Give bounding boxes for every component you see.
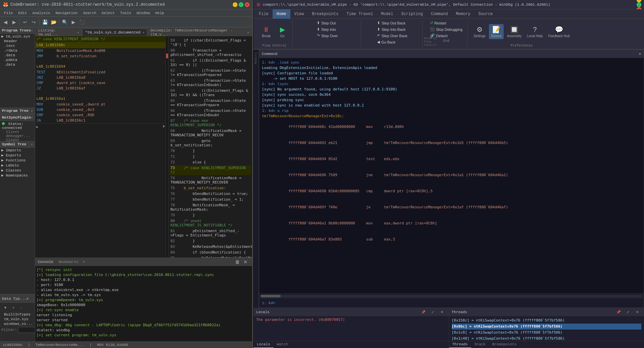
tab-decompile[interactable]: Decompile: TmRecoverResourceManager - (t… (147, 28, 252, 36)
dt-builtins[interactable]: BuiltInTypes (0, 312, 35, 317)
data-types-close[interactable]: ✕ (26, 296, 29, 301)
stop-debugging-btn[interactable]: ⬛ Stop Debugging (428, 26, 464, 32)
ribbon-tab-source[interactable]: Source (474, 9, 497, 19)
thread-item-3[interactable]: [0x1c40] = ntKiSwapContext+0x76 (fffff80… (452, 336, 642, 341)
command-output[interactable]: 1: kd> .load sync Loading DbgExtensionIn… (259, 58, 644, 293)
step-into-back-btn[interactable]: ⬇ Step Into Back (375, 26, 409, 32)
threads-tab[interactable]: Threads (449, 341, 471, 348)
threads-pin-btn[interactable]: 📌 (615, 308, 623, 316)
step-over-back-btn[interactable]: ↶ Step Over Back (375, 33, 409, 39)
asm-cmp-r9d[interactable]: CMP cookie_saved_,R9D (35, 113, 165, 118)
windbg-minimize-btn[interactable]: - (637, 0, 641, 2)
dt-filter-btn[interactable]: ▼ (1, 303, 9, 311)
tb-run[interactable]: ▶ (69, 18, 77, 26)
tb-forward[interactable]: ▶ (10, 18, 18, 26)
menu-tools[interactable]: Tools (118, 10, 134, 16)
command-scrollbar-h[interactable] (259, 293, 644, 298)
threads-pop-btn[interactable]: ⤢ (624, 308, 632, 316)
locals-close-btn[interactable]: ✕ (438, 308, 446, 316)
tb-redo[interactable]: ↪ (30, 18, 38, 26)
console-panel[interactable]: [*] retsync init [>] loading configurati… (35, 266, 252, 341)
step-out-back-btn[interactable]: ⬆ Step Out Back (375, 20, 409, 26)
asm-test-bfinalized[interactable]: TEST bEnlistmentIsFinalized (35, 70, 165, 75)
menu-search[interactable]: Search (80, 10, 99, 16)
menu-edit[interactable]: Edit (15, 10, 29, 16)
restart-btn[interactable]: ↺ Restart (428, 20, 464, 26)
stack-tab[interactable]: Stack (471, 341, 489, 348)
tree-rdata[interactable]: .rdata (0, 48, 35, 53)
threads-content[interactable]: [0x158c] = ntKiSwapContext+0x76 (fffff80… (449, 316, 644, 341)
asm-lab-15694[interactable]: LAB_1c0015694 (35, 64, 165, 70)
console-close[interactable]: ✕ (241, 258, 249, 266)
tb-back[interactable]: ◀ (1, 18, 9, 26)
console-tab[interactable]: Console (38, 260, 53, 264)
dt-windows[interactable]: windows_vs... (0, 322, 35, 326)
sym-labels[interactable]: ▶ Labels (0, 163, 35, 168)
ghidra-close-btn[interactable]: × (245, 2, 249, 7)
tree-root[interactable]: ▶ tm_vuln.sys (0, 34, 35, 39)
thread-item-0[interactable]: [0x158c] = ntKiSwapContext+0x76 (fffff80… (452, 318, 642, 324)
settings-btn[interactable]: ⚙ Settings (472, 24, 488, 39)
threads-close-btn[interactable]: ✕ (633, 308, 641, 316)
ribbon-tab-file[interactable]: File (255, 9, 273, 19)
asm-jz-156af[interactable]: JZ LAB_1c00156af (35, 86, 165, 91)
ribbon-go-btn[interactable]: ▶ Go (275, 24, 290, 39)
menu-window[interactable]: Window (134, 10, 153, 16)
tb-undo[interactable]: ↩ (21, 18, 29, 26)
locals-tab[interactable]: Locals (254, 341, 274, 348)
asm-mov-notif[interactable]: MOV NotificationMask,0x800 (35, 48, 165, 54)
menu-file[interactable]: File (1, 10, 15, 16)
retsync-close[interactable]: ✕ (31, 116, 33, 120)
assembly-listing[interactable]: /* case KENLISTMENT_SUPERIOR */ LAB_1c00… (35, 36, 166, 258)
ribbon-tab-timetravel[interactable]: Time Travel (343, 9, 377, 19)
decompile-view[interactable]: 59 if ((char)Enlistment_Flags < '\0') { … (168, 36, 252, 258)
tab-listing[interactable]: Listing: tm_vul... ✕ (35, 28, 82, 36)
step-into-btn[interactable]: ⬇ Step Into (315, 26, 340, 32)
sym-classes[interactable]: ▶ Classes (0, 168, 35, 173)
asm-jmp-bset[interactable]: JMP b_set_notification (35, 54, 165, 59)
program-trees-close[interactable]: ✕ (31, 28, 33, 32)
bookmarks-tab[interactable]: Bookmarks (59, 260, 78, 264)
program-tree-close[interactable]: ✕ (31, 109, 33, 113)
ghidra-maximize-btn[interactable]: □ (239, 2, 243, 7)
tree-text[interactable]: .text (0, 44, 35, 48)
breakpoints-tab[interactable]: Breakpoints (489, 341, 520, 348)
sym-imports[interactable]: ▶ Imports (0, 148, 35, 153)
ribbon-tab-scripting[interactable]: Scripting (397, 9, 427, 19)
tree-header[interactable]: Header (0, 39, 35, 44)
asm-ja-156c1[interactable]: JA LAB_1c00156c1 (35, 118, 165, 123)
dt-tm-vuln[interactable]: tm_vuln.sys (0, 317, 35, 322)
tb-search[interactable]: 🔍 (61, 18, 69, 26)
ribbon-tab-home[interactable]: Home (273, 9, 290, 19)
tree-data2[interactable]: .data (0, 62, 35, 67)
sym-exports[interactable]: ▶ Exports (0, 153, 35, 158)
menu-navigation[interactable]: Navigation (53, 10, 80, 16)
go-back-btn[interactable]: ◀ Go Back (375, 39, 409, 45)
tab-listing-close[interactable]: ✕ (77, 30, 79, 34)
local-help-btn[interactable]: ? Local Help (525, 24, 545, 39)
assembly-btn[interactable]: 🔲 Assembly (505, 24, 523, 39)
locals-pop-btn[interactable]: ⤢ (429, 308, 437, 316)
menu-analysis[interactable]: Analysis (30, 10, 53, 16)
symbol-tree-close[interactable]: ✕ (31, 142, 33, 146)
tb-stop[interactable]: ⬛ (78, 18, 86, 26)
command-input[interactable] (277, 301, 641, 305)
tb-save[interactable]: 💾 (41, 18, 49, 26)
ribbon-tab-model[interactable]: Model (377, 9, 397, 19)
ribbon-tab-memory[interactable]: Memory (452, 9, 474, 19)
console-clear[interactable]: 🗑 (233, 258, 241, 266)
dt-add-btn[interactable]: + (9, 303, 17, 311)
asm-mov-cookie[interactable]: MOV cookie_saved_,dword pt (35, 102, 165, 107)
sym-namespaces[interactable]: ▶ Namespaces (0, 173, 35, 178)
command-close-btn[interactable]: ✕ (639, 52, 641, 56)
dt-filter-input[interactable] (18, 327, 35, 333)
scroll-thumb[interactable] (261, 295, 281, 297)
tree-data1[interactable]: .data (0, 53, 35, 58)
feedback-hub-btn[interactable]: 💬 Feedback Hub (546, 24, 572, 39)
ribbon-tab-view[interactable]: View (290, 9, 308, 19)
menu-help[interactable]: Help (152, 10, 166, 16)
step-over-btn[interactable]: ↷ Step Over (315, 33, 340, 39)
dt-remove-btn[interactable]: - (17, 303, 25, 311)
asm-cmp-cookie[interactable]: CMP dword ptr [cookie_save (35, 80, 165, 86)
thread-item-2[interactable]: [0x1c0] = ntKiSwapContext+0x76 (fffff800… (452, 330, 642, 336)
